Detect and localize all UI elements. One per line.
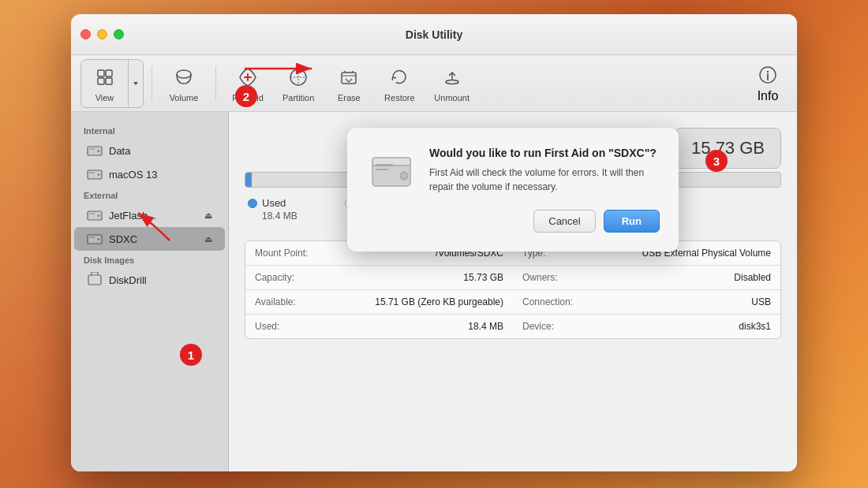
svg-rect-31 — [376, 164, 393, 166]
svg-marker-4 — [133, 82, 138, 85]
unmount-button[interactable]: Unmount — [426, 60, 477, 107]
close-button[interactable] — [80, 29, 91, 39]
disk-icon-diskdrill — [87, 272, 103, 288]
toolbar: View Volume — [71, 55, 797, 112]
info-label: Info — [758, 89, 779, 103]
dialog-body: Would you like to run First Aid on "SDXC… — [366, 147, 660, 197]
view-icon — [92, 65, 118, 90]
svg-point-16 — [98, 150, 100, 152]
info-button[interactable]: Info — [748, 59, 788, 108]
step-badge-3: 3 — [705, 150, 728, 172]
step-badge-1: 1 — [180, 344, 202, 366]
info-icon — [757, 64, 779, 86]
partition-button[interactable]: Partition — [275, 60, 322, 107]
first-aid-dialog: Would you like to run First Aid on "SDXC… — [347, 128, 679, 251]
run-button[interactable]: Run — [604, 210, 660, 233]
sidebar: Internal Data — [71, 112, 229, 471]
sidebar-item-diskdrill[interactable]: DiskDrill — [74, 268, 225, 292]
svg-point-11 — [446, 80, 458, 84]
svg-point-19 — [98, 173, 100, 176]
svg-point-5 — [177, 70, 191, 78]
svg-rect-0 — [98, 70, 104, 76]
sidebar-item-jetflash[interactable]: JetFlash... ⏏ — [74, 203, 225, 227]
svg-rect-32 — [376, 169, 388, 170]
volume-button[interactable]: Volume — [160, 60, 208, 107]
svg-rect-2 — [98, 78, 104, 84]
sidebar-item-sdxc-label: SDXC — [109, 233, 198, 245]
unmount-icon — [440, 65, 465, 90]
svg-point-30 — [400, 172, 408, 180]
sidebar-item-diskdrill-label: DiskDrill — [109, 274, 212, 286]
sidebar-item-macos-label: macOS 13 — [109, 169, 212, 181]
restore-button[interactable]: Restore — [376, 60, 423, 107]
view-label: View — [95, 93, 114, 102]
separator-2 — [215, 66, 216, 101]
step-badge-2: 2 — [235, 85, 257, 107]
volume-icon — [171, 65, 196, 90]
separator-1 — [152, 66, 152, 101]
erase-icon — [336, 65, 361, 90]
dialog-buttons: Cancel Run — [366, 210, 660, 233]
dialog-text: Would you like to run First Aid on "SDXC… — [429, 147, 660, 194]
dialog-disk-icon — [366, 147, 417, 197]
svg-rect-1 — [106, 70, 112, 76]
disk-icon-macos — [87, 166, 103, 182]
minimize-button[interactable] — [97, 29, 107, 39]
erase-label: Erase — [338, 93, 361, 102]
restore-icon — [387, 65, 412, 90]
unmount-label: Unmount — [434, 93, 470, 102]
sidebar-item-sdxc[interactable]: SDXC ⏏ — [74, 227, 225, 251]
disk-utility-window: Disk Utility View — [71, 14, 797, 471]
eject-icon-jetflash: ⏏ — [204, 210, 212, 221]
disk-images-header: Disk Images — [71, 251, 228, 268]
volume-label: Volume — [170, 93, 199, 102]
traffic-lights — [80, 29, 124, 39]
partition-label: Partition — [282, 93, 314, 102]
window-title: Disk Utility — [406, 28, 462, 41]
svg-rect-27 — [88, 275, 101, 285]
maximize-button[interactable] — [114, 29, 124, 39]
sidebar-item-jetflash-label: JetFlash... — [109, 210, 198, 222]
external-header: External — [71, 186, 228, 203]
dialog-description: First Aid will check the volume for erro… — [429, 166, 660, 194]
svg-point-13 — [767, 70, 769, 72]
titlebar: Disk Utility — [71, 14, 797, 55]
main-content: Internal Data — [71, 112, 797, 471]
sidebar-item-macos[interactable]: macOS 13 — [74, 162, 225, 186]
sidebar-item-data-label: Data — [109, 145, 212, 157]
restore-label: Restore — [384, 93, 415, 102]
svg-rect-3 — [106, 78, 112, 84]
disk-icon-sdxc — [87, 231, 103, 247]
svg-point-22 — [98, 214, 100, 217]
partition-icon — [286, 65, 311, 90]
svg-point-25 — [98, 238, 100, 240]
internal-header: Internal — [71, 121, 228, 139]
eject-icon-sdxc: ⏏ — [204, 234, 212, 244]
dialog-title: Would you like to run First Aid on "SDXC… — [429, 147, 660, 159]
erase-button[interactable]: Erase — [325, 60, 372, 107]
view-group: View — [80, 59, 144, 108]
view-button[interactable]: View — [81, 60, 129, 107]
disk-icon — [87, 143, 103, 158]
disk-icon-jetflash — [87, 207, 103, 223]
sidebar-item-data[interactable]: Data — [74, 139, 225, 162]
cancel-button[interactable]: Cancel — [533, 210, 595, 233]
view-dropdown[interactable] — [129, 78, 143, 89]
